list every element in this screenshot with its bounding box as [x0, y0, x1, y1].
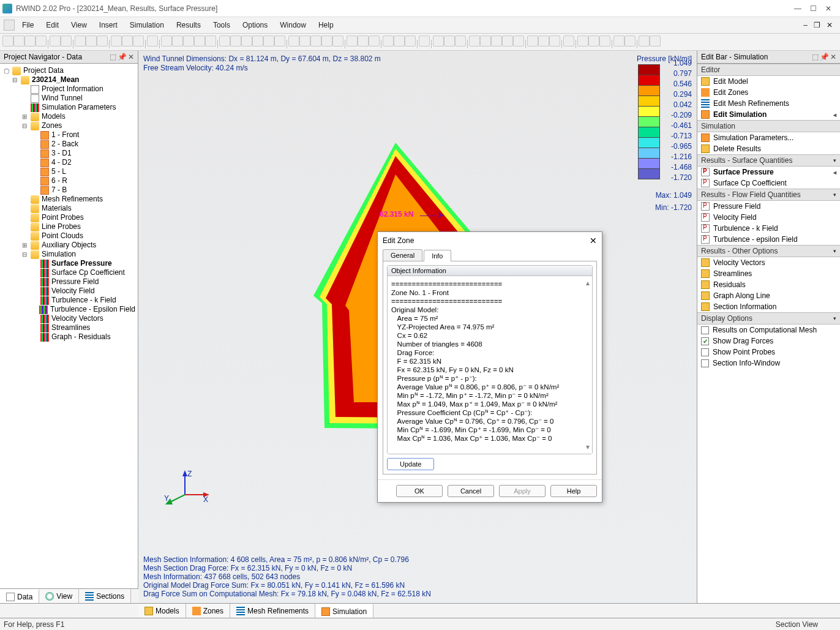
editbar-item[interactable]: Edit Simulation [697, 109, 840, 120]
tree-sim-item[interactable]: Velocity Field [51, 287, 95, 296]
pin-icon[interactable]: ⬚ [110, 53, 116, 61]
minimize-button[interactable]: — [794, 4, 801, 13]
tree-item[interactable]: Models [42, 112, 66, 121]
tab-data[interactable]: Data [0, 589, 39, 603]
toolbar-button[interactable] [394, 36, 405, 47]
editbar-item[interactable]: Streamlines [697, 268, 840, 279]
toolbar-button[interactable] [613, 36, 624, 47]
pin2-icon[interactable]: 📌 [820, 53, 829, 61]
tree-item[interactable]: Point Clouds [42, 231, 83, 241]
expand-icon[interactable]: ⊟ [21, 121, 28, 130]
toolbar-button[interactable] [480, 36, 491, 47]
menu-results[interactable]: Results [170, 18, 207, 32]
panel-close-icon[interactable]: ✕ [830, 53, 836, 61]
toolbar-button[interactable] [61, 36, 72, 47]
checkbox-icon[interactable] [701, 326, 709, 334]
toolbar-button[interactable] [183, 36, 194, 47]
editbar-item[interactable]: Delete Results [697, 143, 840, 154]
toolbar-button[interactable] [219, 36, 230, 47]
toolbar-button[interactable] [241, 36, 252, 47]
editbar-item[interactable]: Edit Mesh Refinements [697, 98, 840, 109]
toolbar-button[interactable] [563, 36, 574, 47]
menu-help[interactable]: Help [312, 18, 340, 32]
toolbar-button[interactable] [86, 36, 97, 47]
toolbar-button[interactable] [502, 36, 513, 47]
tree-item[interactable]: Project Information [42, 84, 103, 94]
checkbox-icon[interactable]: ✔ [701, 337, 709, 345]
toolbar-button[interactable] [310, 36, 321, 47]
toolbar-button[interactable] [161, 36, 172, 47]
scroll-up-icon[interactable]: ▴ [586, 279, 590, 287]
toolbar-button[interactable] [624, 36, 636, 47]
tab-view[interactable]: View [39, 589, 79, 603]
menu-file[interactable]: File [16, 18, 40, 32]
toolbar-button[interactable] [588, 36, 599, 47]
editbar-check[interactable]: ✔Show Drag Forces [697, 336, 840, 347]
tree-sim-item[interactable]: Streamlines [51, 323, 90, 332]
editbar-check[interactable]: Results on Computational Mesh [697, 324, 840, 336]
toolbar-button[interactable] [194, 36, 205, 47]
expand-icon[interactable]: ⊞ [21, 112, 28, 121]
toolbar-button[interactable] [50, 36, 61, 47]
menu-insert[interactable]: Insert [93, 18, 124, 32]
toolbar-button[interactable] [491, 36, 502, 47]
tree-zone[interactable]: 2 - Back [51, 140, 78, 149]
toolbar-button[interactable] [639, 36, 650, 47]
dialog-info-text[interactable]: =========================== Zone No. 1 -… [388, 276, 592, 454]
toolbar-button[interactable] [2, 36, 13, 47]
toolbar-button[interactable] [263, 36, 274, 47]
menu-simulation[interactable]: Simulation [124, 18, 170, 32]
dialog-tab-general[interactable]: General [383, 249, 422, 261]
editbar-item[interactable]: Simulation Parameters... [697, 132, 840, 143]
toolbar-button[interactable] [172, 36, 183, 47]
tree-project[interactable]: 230214_Mean [32, 75, 79, 84]
toolbar-button[interactable] [299, 36, 310, 47]
mdi-close-button[interactable]: ✕ [827, 21, 833, 29]
editbar-item[interactable]: Turbulence - epsilon Field [697, 234, 840, 245]
toolbar-button[interactable] [549, 36, 560, 47]
tree-zone[interactable]: 7 - B [51, 186, 67, 195]
update-button[interactable]: Update [387, 458, 434, 470]
toolbar-button[interactable] [383, 36, 394, 47]
toolbar-button[interactable] [75, 36, 86, 47]
tree-item[interactable]: Zones [42, 121, 62, 130]
dialog-close-button[interactable]: ✕ [590, 236, 597, 246]
editbar-check[interactable]: Section Info-Window [697, 358, 840, 369]
panel-close-icon[interactable]: ✕ [128, 53, 134, 61]
apply-button[interactable]: Apply [499, 485, 546, 497]
tree[interactable]: ▢Project Data ⊟230214_Mean Project Infor… [0, 64, 138, 588]
tree-sim-item[interactable]: Turbulence - k Field [51, 296, 116, 305]
toolbar-button[interactable] [599, 36, 610, 47]
tree-zone[interactable]: 3 - D1 [51, 149, 72, 158]
toolbar-button[interactable] [455, 36, 466, 47]
toolbar-button[interactable] [538, 36, 549, 47]
tree-item[interactable]: Mesh Refinements [42, 195, 103, 204]
editbar-item[interactable]: Edit Zones [697, 87, 840, 98]
editbar-item[interactable]: Edit Model [697, 76, 840, 87]
toolbar-button[interactable] [122, 36, 133, 47]
tree-root[interactable]: Project Data [23, 66, 64, 75]
toolbar-button[interactable] [332, 36, 343, 47]
toolbar-button[interactable] [405, 36, 416, 47]
menu-view[interactable]: View [65, 18, 93, 32]
pin-icon[interactable]: ⬚ [812, 53, 819, 61]
editbar-item[interactable]: Pressure Field [697, 201, 840, 212]
menu-options[interactable]: Options [236, 18, 274, 32]
tab-sections[interactable]: Sections [79, 589, 131, 603]
editbar-check[interactable]: Show Point Probes [697, 347, 840, 358]
dialog-tab-info[interactable]: Info [424, 250, 451, 261]
mdi-minimize-button[interactable]: – [803, 21, 808, 29]
toolbar-button[interactable] [252, 36, 263, 47]
tree-sim-item[interactable]: Turbulence - Epsilon Field [50, 305, 135, 314]
tree-item[interactable]: Simulation [42, 250, 76, 259]
toolbar-button[interactable] [205, 36, 216, 47]
tree-zone[interactable]: 4 - D2 [51, 158, 72, 167]
tree-zone[interactable]: 1 - Front [51, 130, 79, 140]
toolbar-button[interactable] [288, 36, 299, 47]
toolbar-button[interactable] [274, 36, 285, 47]
tree-zone[interactable]: 5 - L [51, 167, 66, 176]
editbar-item[interactable]: Velocity Vectors [697, 257, 840, 268]
tree-zone[interactable]: 6 - R [51, 176, 67, 186]
expand-icon[interactable]: ⊟ [11, 75, 18, 84]
menu-edit[interactable]: Edit [40, 18, 65, 32]
